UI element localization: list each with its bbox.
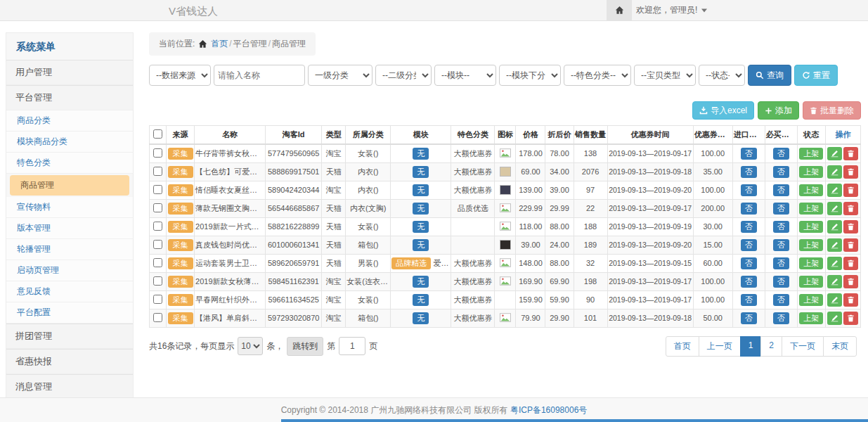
delete-button[interactable] — [843, 220, 858, 234]
select-all-checkbox[interactable] — [153, 129, 162, 139]
filter-item-type-select[interactable]: --宝贝类型-- — [634, 65, 696, 86]
status-toggle[interactable]: 上架 — [799, 148, 823, 160]
delete-button[interactable] — [843, 293, 858, 307]
user-menu[interactable]: 欢迎您，管理员! — [636, 0, 707, 20]
must-buy-toggle[interactable]: 否 — [773, 257, 789, 269]
imported-toggle[interactable]: 否 — [741, 166, 757, 178]
row-checkbox[interactable] — [153, 222, 162, 231]
row-checkbox[interactable] — [153, 258, 162, 267]
edit-button[interactable] — [827, 202, 842, 215]
page-button-末页[interactable]: 末页 — [823, 336, 857, 357]
filter-module-sub-category-select[interactable]: --模块下分类-- — [499, 65, 561, 86]
imported-toggle[interactable]: 否 — [741, 184, 757, 196]
status-toggle[interactable]: 上架 — [799, 203, 823, 215]
page-button-1[interactable]: 1 — [740, 336, 762, 357]
delete-button[interactable] — [843, 238, 858, 252]
filter-level1-category-select[interactable]: 一级分类 — [308, 65, 373, 86]
filter-feature-category-select[interactable]: --特色分类-- — [564, 65, 631, 86]
imported-toggle[interactable]: 否 — [741, 257, 757, 269]
batch-delete-button[interactable]: 批量删除 — [803, 101, 861, 120]
imported-toggle[interactable]: 否 — [741, 276, 757, 288]
page-button-2[interactable]: 2 — [760, 336, 782, 357]
sidebar-item-message[interactable]: 消息管理 — [6, 374, 133, 399]
status-toggle[interactable]: 上架 — [799, 312, 823, 324]
edit-button[interactable] — [827, 165, 842, 179]
page-number-input[interactable] — [339, 337, 365, 355]
imported-toggle[interactable]: 否 — [741, 203, 757, 215]
delete-button[interactable] — [843, 147, 858, 160]
imported-toggle[interactable]: 否 — [741, 312, 757, 324]
breadcrumb-item[interactable]: 首页 — [211, 39, 228, 49]
status-toggle[interactable]: 上架 — [799, 276, 823, 288]
import-excel-button[interactable]: 导入excel — [692, 101, 754, 120]
delete-button[interactable] — [843, 202, 858, 215]
must-buy-toggle[interactable]: 否 — [773, 166, 789, 178]
row-checkbox[interactable] — [153, 276, 162, 286]
sidebar-item-saving-express[interactable]: 省惠快报 — [6, 349, 133, 374]
sidebar-item-carousel[interactable]: 轮播管理 — [6, 239, 133, 260]
row-checkbox[interactable] — [153, 313, 162, 322]
imported-toggle[interactable]: 否 — [741, 221, 757, 233]
page-button-上一页[interactable]: 上一页 — [699, 336, 741, 357]
delete-button[interactable] — [843, 257, 858, 270]
sidebar-item-goods-category[interactable]: 商品分类 — [6, 110, 133, 132]
edit-button[interactable] — [827, 312, 842, 325]
must-buy-toggle[interactable]: 否 — [773, 239, 789, 251]
row-checkbox[interactable] — [153, 203, 162, 212]
page-button-首页[interactable]: 首页 — [666, 336, 699, 357]
must-buy-toggle[interactable]: 否 — [773, 203, 789, 215]
edit-button[interactable] — [827, 293, 842, 307]
must-buy-toggle[interactable]: 否 — [773, 276, 789, 288]
filter-module-select[interactable]: --模块-- — [434, 65, 496, 86]
row-checkbox[interactable] — [153, 167, 162, 176]
must-buy-toggle[interactable]: 否 — [773, 312, 789, 324]
search-button[interactable]: 查询 — [748, 65, 791, 86]
sidebar-item-splash-page[interactable]: 启动页管理 — [6, 260, 133, 281]
sidebar-item-goods-management[interactable]: 商品管理 — [10, 175, 129, 196]
status-toggle[interactable]: 上架 — [799, 221, 823, 233]
must-buy-toggle[interactable]: 否 — [773, 221, 789, 233]
name-search-input[interactable] — [214, 65, 305, 86]
delete-button[interactable] — [843, 275, 858, 288]
filter-status-select[interactable]: --状态-- — [699, 65, 745, 86]
sidebar-item-promo-material[interactable]: 宣传物料 — [6, 197, 133, 218]
status-toggle[interactable]: 上架 — [799, 166, 823, 178]
delete-button[interactable] — [843, 165, 858, 179]
sidebar-item-module-goods-category[interactable]: 模块商品分类 — [6, 132, 133, 153]
sidebar-item-platform[interactable]: 平台管理 — [6, 85, 133, 110]
row-checkbox[interactable] — [153, 148, 162, 158]
imported-toggle[interactable]: 否 — [741, 239, 757, 251]
edit-button[interactable] — [827, 220, 842, 234]
imported-toggle[interactable]: 否 — [741, 294, 757, 306]
edit-button[interactable] — [827, 147, 842, 160]
page-button-下一页[interactable]: 下一页 — [782, 336, 824, 357]
home-nav-button[interactable] — [607, 0, 632, 20]
filter-data-source-select[interactable]: --数据来源-- — [149, 65, 211, 86]
delete-button[interactable] — [843, 312, 858, 325]
edit-button[interactable] — [827, 257, 842, 270]
status-toggle[interactable]: 上架 — [799, 257, 823, 269]
delete-button[interactable] — [843, 184, 858, 197]
row-checkbox[interactable] — [153, 240, 162, 249]
sidebar-item-users[interactable]: 用户管理 — [6, 60, 133, 85]
per-page-select[interactable]: 10 — [238, 337, 263, 355]
sidebar-item-feedback[interactable]: 意见反馈 — [6, 281, 133, 302]
status-toggle[interactable]: 上架 — [799, 184, 823, 196]
add-button[interactable]: 添加 — [758, 101, 799, 120]
edit-button[interactable] — [827, 275, 842, 288]
status-toggle[interactable]: 上架 — [799, 239, 823, 251]
icp-link[interactable]: 粤ICP备16098006号 — [510, 404, 587, 416]
imported-toggle[interactable]: 否 — [741, 148, 757, 160]
sidebar-item-group-buying[interactable]: 拼团管理 — [6, 324, 133, 349]
sidebar-item-version[interactable]: 版本管理 — [6, 218, 133, 239]
sidebar-item-platform-config[interactable]: 平台配置 — [6, 302, 133, 324]
filter-level2-category-select[interactable]: --二级分类-- — [375, 65, 432, 86]
row-checkbox[interactable] — [153, 295, 162, 304]
status-toggle[interactable]: 上架 — [799, 294, 823, 306]
must-buy-toggle[interactable]: 否 — [773, 184, 789, 196]
must-buy-toggle[interactable]: 否 — [773, 294, 789, 306]
must-buy-toggle[interactable]: 否 — [773, 148, 789, 160]
edit-button[interactable] — [827, 238, 842, 252]
jump-button[interactable]: 跳转到 — [287, 337, 323, 356]
sidebar-item-feature-category[interactable]: 特色分类 — [6, 153, 133, 174]
